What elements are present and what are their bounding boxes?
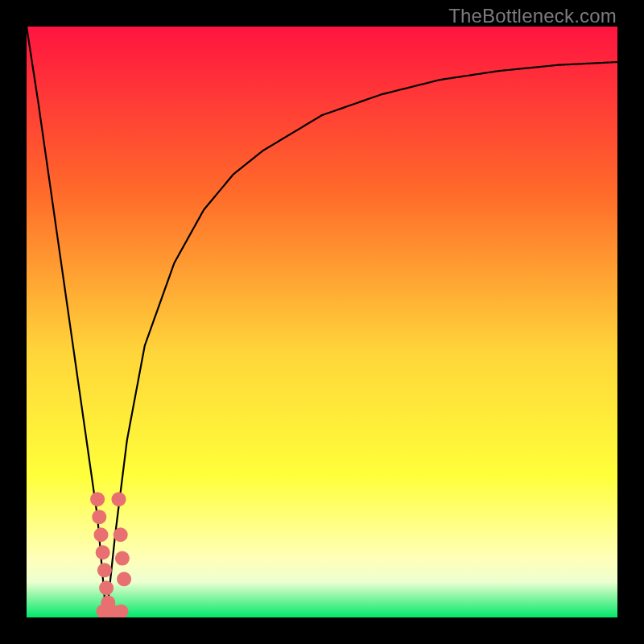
marker-point <box>115 551 130 566</box>
marker-point <box>112 492 126 506</box>
marker-point <box>90 492 105 506</box>
chart-frame: TheBottleneck.com <box>0 0 644 644</box>
marker-point <box>117 572 131 586</box>
marker-point <box>96 545 110 559</box>
marker-point <box>99 580 114 595</box>
marker-point <box>93 527 108 542</box>
marker-point <box>97 563 112 577</box>
marker-point <box>114 527 128 542</box>
marker-point <box>92 510 106 524</box>
watermark-text: TheBottleneck.com <box>448 5 617 27</box>
plot-area <box>27 27 617 617</box>
plot-svg <box>27 27 617 617</box>
